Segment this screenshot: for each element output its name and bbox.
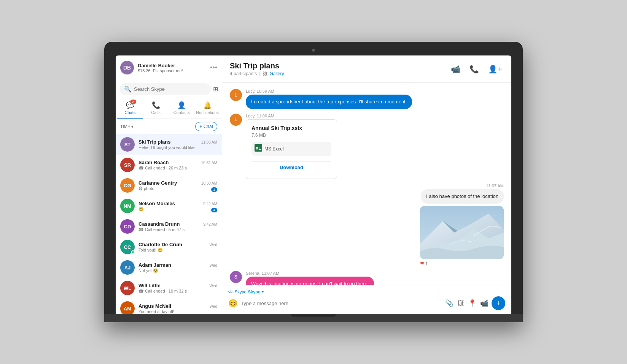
online-indicator [131,250,135,254]
chat-title-block: Ski Trip plans 4 participants | 🖼 Galler… [230,62,449,76]
chat-item-cassandra[interactable]: CD Cassandra Drunn 9:42 AM ☎ Call ended … [116,216,222,237]
heart-reaction[interactable]: ❤ [420,261,424,266]
tab-chats[interactable]: 💬 2 Chats [117,98,143,119]
video-button[interactable]: 📹 [480,299,489,307]
chat-title: Ski Trip plans [230,62,449,70]
chat-item-info: Charlotte De Crum Wed Told you!! 😄 [138,242,217,253]
message-sender-time: Lucy, 11:00 AM [246,114,337,118]
more-options-icon[interactable]: ••• [210,64,217,72]
chat-avatar: AM [120,301,135,314]
file-name: Annual Ski Trip.xslx [251,125,331,131]
file-type-label: MS Excel [264,146,284,152]
via-skype-label: via Skype Skype ▾ [228,289,505,294]
chevron-down-icon: ▾ [131,124,134,129]
chat-item-info: Carianne Gentry 10:30 AM 🖼 photo [138,180,217,191]
chat-item-info: Cassandra Drunn 9:42 AM ☎ Call ended · 5… [138,221,217,232]
gallery-icon: 🖼 [263,71,267,76]
message-bubble: I also have photos of the location [421,189,504,204]
chat-header-actions: 📹 📞 👤+ [449,63,504,75]
message-wrapper: Lucy, 10:59 AM I created a spreadsheet a… [246,89,412,109]
new-chat-button[interactable]: + Chat [195,122,217,131]
message-sender-time: Lucy, 10:59 AM [246,89,412,93]
chat-item-sarah[interactable]: SR Sarah Roach 10:31 AM ☎ Call ended · 2… [116,155,222,175]
time-sort-label[interactable]: TIME ▾ [120,124,134,129]
reaction-count: 1 [425,261,428,266]
chat-subtitle: 4 participants | 🖼 Gallery [230,71,449,76]
gallery-link[interactable]: Gallery [270,71,284,76]
chat-item-nelson[interactable]: NM Nelson Morales 9:42 AM 😄 4 [116,196,222,216]
chat-header: Ski Trip plans 4 participants | 🖼 Galler… [222,55,511,83]
unread-badge: 1 [211,187,217,192]
location-photo [420,206,504,259]
chats-badge: 2 [130,100,136,104]
chat-item-will[interactable]: WL Will Little Wed ☎ Call ended · 10 m 3… [116,278,222,298]
chat-item-carianne[interactable]: CG Carianne Gentry 10:30 AM 🖼 photo 1 [116,175,222,196]
search-input[interactable] [134,86,206,92]
calls-icon: 📞 [152,101,160,109]
message-time: 11:07 AM [486,184,504,188]
contacts-icon: 👤 [177,101,186,109]
tab-calls[interactable]: 📞 Calls [143,98,169,119]
search-box[interactable]: 🔍 [119,83,211,95]
chat-item-info: Adam Jarman Wed Not yet 😟 [138,262,217,273]
participants-label: 4 participants [230,71,257,76]
send-button[interactable]: + [492,296,505,310]
video-call-button[interactable]: 📹 [449,63,462,75]
chat-avatar: NM [120,199,135,213]
notifications-icon: 🔔 [203,101,212,109]
file-type-badge: XL MS Excel [251,142,331,156]
profile-name: Danielle Booker [138,63,210,68]
message-row: L Lucy, 10:59 AM I created a spreadsheet… [230,89,504,109]
attach-file-button[interactable]: 📎 [445,299,454,307]
message-bubble: I created a spreadsheet about the trip e… [246,95,412,109]
chat-avatar: CD [120,219,135,234]
laptop-frame: DB Danielle Booker $13.26 Plz sponsor me… [104,42,523,322]
photo-container: ❤ 1 [420,206,504,266]
chat-item-adam[interactable]: AJ Adam Jarman Wed Not yet 😟 [116,257,222,278]
svg-text:XL: XL [256,146,261,150]
grid-icon[interactable]: ⊞ [213,85,218,93]
message-row-own-photo: 11:07 AM I also have photos of the locat… [230,184,504,266]
laptop-screen: DB Danielle Booker $13.26 Plz sponsor me… [116,55,511,314]
message-sender-time: Serena, 11:07 AM [246,271,374,275]
avatar: DB [120,61,134,74]
laptop-base [104,314,523,322]
location-button[interactable]: 📍 [468,299,476,307]
tab-contacts[interactable]: 👤 Contacts [169,98,194,119]
unread-badge: 4 [211,208,217,212]
message-bubble: Wow this location is gorgeous! I can't w… [246,277,374,285]
message-wrapper: Serena, 11:07 AM Wow this location is go… [246,271,374,285]
message-avatar: L [230,89,242,101]
message-row-serena: S Serena, 11:07 AM Wow this location is … [230,271,504,285]
file-size: 7,6 MB [251,133,331,138]
reaction-bar: ❤ 1 [420,261,504,266]
image-button[interactable]: 🖼 [457,299,464,307]
emoji-button[interactable]: 😊 [228,299,238,308]
add-participant-button[interactable]: 👤+ [487,63,504,75]
chat-avatar: SR [120,158,135,172]
tab-calls-label: Calls [151,110,160,115]
chat-item-info: Sarah Roach 10:31 AM ☎ Call ended · 26 m… [138,160,217,171]
message-row-file: L Lucy, 11:00 AM Annual Ski Trip.xslx 7,… [230,114,504,179]
chat-list: ST Ski Trip plans 11:08 AM Hehe, I thoug… [116,134,222,314]
input-area: via Skype Skype ▾ 😊 📎 🖼 📍 📹 + [222,285,511,314]
excel-icon: XL [255,144,262,154]
chat-item-info: Will Little Wed ☎ Call ended · 10 m 32 s [138,283,217,294]
tab-notifications-label: Notifications [196,110,219,115]
chat-item-info: Nelson Morales 9:42 AM 😄 [138,201,217,212]
chat-item-charlotte[interactable]: CC Charlotte De Crum Wed Told you!! 😄 [116,237,222,257]
download-button[interactable]: Download [251,161,331,173]
chevron-down-icon: ▾ [262,289,264,294]
chat-avatar: AJ [120,260,135,275]
search-icon: 🔍 [124,85,132,93]
chat-item-ski-trip[interactable]: ST Ski Trip plans 11:08 AM Hehe, I thoug… [116,134,222,155]
chat-item-angus[interactable]: AM Angus McNeil Wed You need a day off! [116,298,222,314]
profile-status: $13.26 Plz sponsor me! [138,68,210,73]
laptop-camera [312,49,315,52]
chat-item-info: Ski Trip plans 11:08 AM Hehe, I thought … [138,139,217,150]
message-input[interactable] [241,301,442,306]
audio-call-button[interactable]: 📞 [468,63,481,75]
sidebar: DB Danielle Booker $13.26 Plz sponsor me… [116,55,222,314]
tab-notifications[interactable]: 🔔 Notifications [194,98,220,119]
chat-item-info: Angus McNeil Wed You need a day off! [138,303,217,314]
